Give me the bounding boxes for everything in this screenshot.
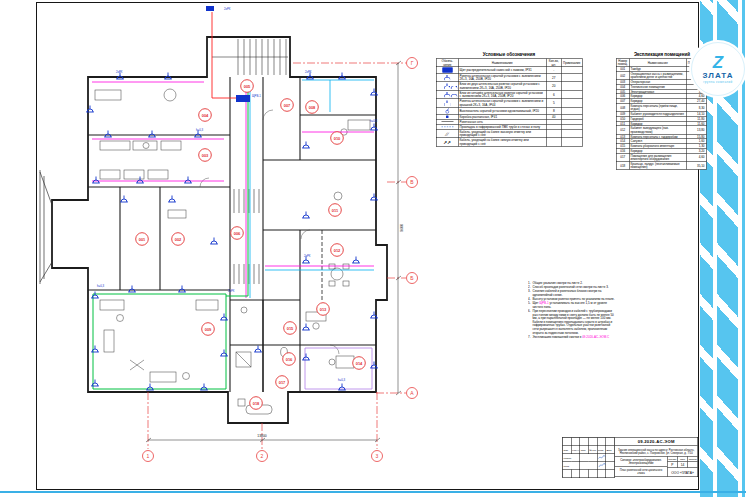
legend-symbol-icon [442,68,452,73]
room-area: 4,60 [686,153,706,161]
content-label: Силовое электрооборудование. Электроосве… [615,457,667,467]
legend-symbol-icon [446,130,449,136]
signature-icon [598,455,606,460]
drawing-sheet: 0010020030040050060070080090100110120130… [0,0,746,497]
legend-title: Условные обозначения [436,52,582,57]
axis-label: 1 [147,453,150,459]
legend-header-note: Примечание [561,59,582,67]
logo-z-icon: Z [713,54,723,71]
logo-tagline: группа компаний [703,81,732,84]
legend-item-note [561,99,582,107]
wiring-magenta [92,82,374,298]
legend-symbol-icon [444,103,451,107]
plan-dynamic-annotations: 0010020030040050060070080090100110120130… [86,7,417,462]
socket-icon [302,324,310,331]
legend-panel: Условные обозначения Обозна-чение Наимен… [436,52,582,146]
signature-icon [598,463,606,468]
schedule-row: 012 Кабинет заведующего (зав. производст… [616,126,706,134]
note-item: 6. При пересечении проводов и кабелей с … [528,309,617,335]
socket-icon [352,257,360,264]
room-bubble-number: 011 [332,208,339,213]
stage-value: Р [668,462,678,468]
socket-icon [220,314,228,321]
sheets-value [688,462,698,468]
wiring-label: 2хРК [228,289,235,293]
room-bubble-number: 014 [356,361,363,366]
legend-symbol-icon [444,86,451,90]
legend-row: Розетка штепсельная скрытой установки с … [436,73,582,81]
note-item: 7. Экспликацию помещений смотри в 09.202… [528,335,617,339]
note-item: 2. Способ прокладки розеточной сети смот… [528,285,617,289]
schedule-row: 017 Помещение для размещения инженерного… [616,153,706,161]
legend-symbol-icon [446,115,449,118]
socket-icon [302,142,310,149]
legend-row: Розетка штепсельная скрытой установки с … [436,99,582,107]
wiring-label: h=0,3 [370,119,378,123]
signature-header-cell: Изм. [563,446,572,454]
legend-symbol-icon [446,110,450,114]
note-text: Высоту установки розеток принять по указ… [533,297,615,301]
legend-table: Обозна-чение Наименование Кол-во, шт. Пр… [436,59,583,147]
room-name: Помещение для размещения инженерного обо… [629,153,686,161]
legend-row: Блок из четырёх штепсельных розеток скры… [436,90,582,98]
room-bubble-number: 013 [320,307,327,312]
socket-icon [91,380,99,387]
legend-item-name: Кабель, уходящий на более высокую отметк… [458,129,546,137]
entrance-ramp [40,170,52,284]
legend-symbol-icon [444,77,451,81]
legend-item-name: Выключатель скрытой установки одноклавиш… [458,107,546,114]
legend-item-name: Кабель, уходящий на более низкую отметку… [458,138,546,146]
socket-icon [128,286,136,293]
legend-item-qty [546,129,561,137]
room-number: 018 [616,161,629,169]
legend-item-qty: 5 [546,99,561,107]
legend-item-name: Блок из двух штепсельных розеток скрытой… [458,82,546,90]
note-item: 4. Высоту установки розеток принять по у… [528,297,617,301]
wiring-label: 2хРК [116,70,123,74]
socket-icon [148,131,156,138]
legend-row: Блок из двух штепсельных розеток скрытой… [436,82,582,90]
signature-header-cell: Дата [606,446,615,454]
room-bubble-number: 007 [284,103,291,108]
room-number: 008 [616,104,629,112]
signature-row: Пров. [563,462,615,470]
note-text: При пересечении проводов и кабелей с тру… [533,309,618,335]
socket-icon [210,238,218,245]
room-area: 35,10 [686,161,706,169]
note-text: Способ прокладки розеточной сети смотри … [533,285,609,289]
socket-icon [178,286,186,293]
signature-header-cell: Подп. [597,446,606,454]
legend-item-note [561,82,582,90]
furniture [95,89,370,414]
legend-item-note [561,129,582,137]
room-name: Операционная касса с размещением, хранен… [629,71,686,79]
legend-item-note [561,90,582,98]
company-logo: Z ЗЛАТА группа компаний [691,42,745,96]
room-bubble-number: 018 [253,401,260,406]
room-name: Комната персонала (приём пищи, отдых) [629,104,686,112]
room-bubble-number: 003 [202,153,209,158]
room-bubble-number: 015 [287,326,294,331]
socket-icon [91,346,99,353]
legend-item-qty: 20 [546,82,561,90]
legend-symbol-icon [441,126,453,127]
wiring-label: 2хРК [305,70,312,74]
axis-label: 3 [376,453,379,459]
note-item: 5. Щит ЩРВ-1 устанавливать на высоте 1,5… [528,301,617,308]
schedule-row: 018 Крыльцо, пандус (неотапливаемые поме… [616,161,706,169]
socket-icon [220,350,228,357]
wiring-green [93,85,248,389]
sheet-name: План розеточной сети цокольного этажа [615,467,667,477]
project-description: Здание операционной кассы по адресу: Рос… [615,446,698,457]
company-name: ООО «ЗЛАТА» [668,468,698,477]
socket-icon [92,177,100,184]
legend-row: Выключатель скрытой установки одноклавиш… [436,107,582,114]
room-bubble-number: 002 [175,237,182,242]
signature-header-cell: Лист [580,446,589,454]
schedule-row: 008 Комната персонала (приём пищи, отдых… [616,104,706,112]
axis-label: 2 [261,453,264,459]
document-number: 09.2020-АС-ЭОМ [615,438,698,447]
wiring-label: ЩРВ-1 [252,94,261,98]
socket-icon [254,346,262,353]
room-bubble-number: 016 [286,357,293,362]
